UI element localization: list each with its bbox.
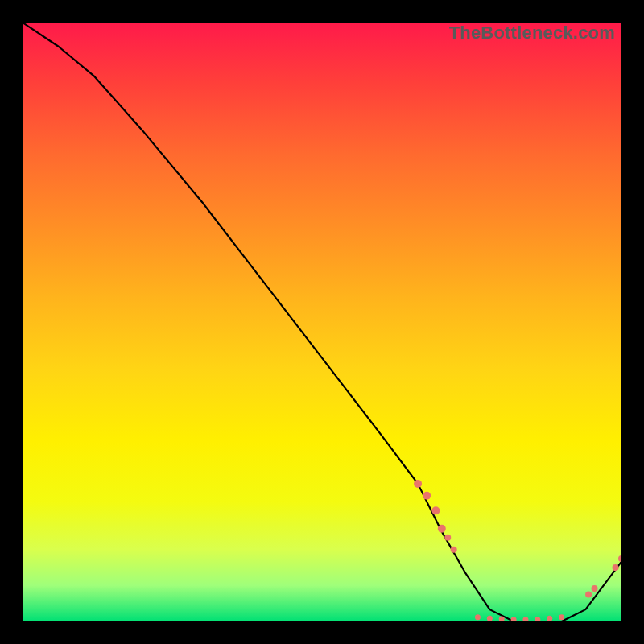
data-point [475, 614, 481, 620]
data-point [522, 617, 528, 621]
data-point [613, 564, 619, 571]
data-point [487, 616, 493, 621]
data-point [559, 614, 564, 620]
data-point [438, 525, 446, 533]
bottleneck-curve-path [23, 23, 621, 621]
data-point [451, 547, 457, 553]
data-point [423, 492, 431, 500]
data-point [511, 617, 517, 621]
data-point [547, 616, 552, 621]
data-point [535, 617, 540, 621]
curve-line [23, 23, 621, 621]
data-point [444, 535, 451, 541]
data-markers [414, 480, 621, 621]
data-point [592, 585, 598, 592]
data-point [414, 480, 422, 488]
chart-frame: TheBottleneck.com [0, 0, 644, 644]
data-point [431, 506, 440, 514]
data-point [618, 555, 621, 562]
plot-area: TheBottleneck.com [23, 23, 621, 621]
chart-svg [23, 23, 621, 621]
data-point [585, 592, 592, 598]
